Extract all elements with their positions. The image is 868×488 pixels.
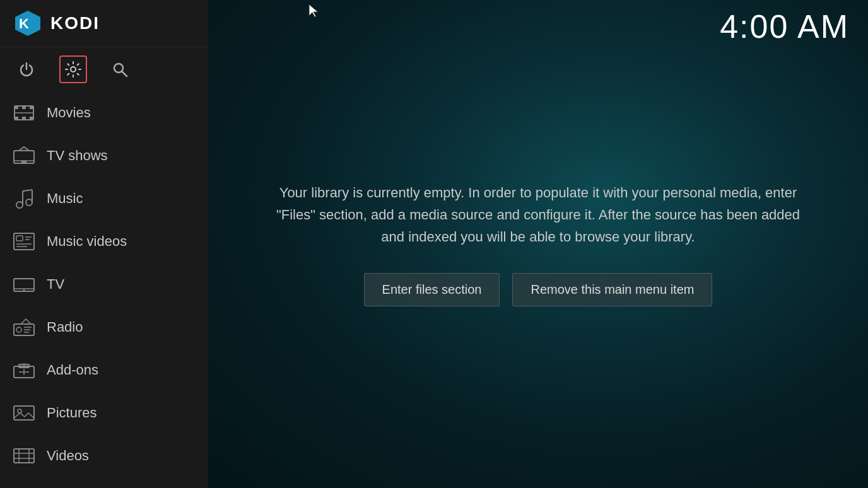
- tvshows-icon: [13, 144, 35, 167]
- sidebar-item-music[interactable]: Music: [0, 177, 208, 220]
- search-button[interactable]: [106, 55, 134, 83]
- musicvideos-label: Music videos: [47, 233, 127, 250]
- sidebar-menu: Movies TV shows: [0, 91, 208, 488]
- svg-rect-22: [16, 236, 23, 241]
- svg-rect-7: [30, 106, 33, 109]
- svg-line-4: [122, 72, 127, 77]
- svg-rect-15: [21, 161, 26, 163]
- svg-rect-11: [22, 117, 26, 120]
- addons-icon: [13, 359, 35, 381]
- music-icon: [13, 187, 35, 210]
- svg-point-32: [16, 327, 21, 332]
- empty-library-text: Your library is currently empty. In orde…: [264, 182, 812, 248]
- sidebar-item-tvshows[interactable]: TV shows: [0, 134, 208, 177]
- kodi-logo: K: [13, 8, 43, 38]
- svg-rect-9: [30, 117, 33, 120]
- svg-rect-41: [14, 406, 34, 420]
- sidebar-item-pictures[interactable]: Pictures: [0, 392, 208, 434]
- empty-library-message: Your library is currently empty. In orde…: [238, 182, 838, 307]
- sidebar-item-musicvideos[interactable]: Music videos: [0, 220, 208, 263]
- action-buttons: Enter files section Remove this main men…: [264, 273, 812, 306]
- sidebar-controls: [0, 47, 208, 91]
- sidebar-header: K KODI: [0, 0, 208, 47]
- sidebar-item-videos[interactable]: Videos: [0, 434, 208, 477]
- svg-rect-8: [15, 117, 18, 120]
- svg-rect-43: [14, 449, 34, 463]
- svg-line-20: [23, 190, 32, 191]
- sidebar-item-tv[interactable]: TV: [0, 263, 208, 306]
- videos-icon: [13, 444, 35, 467]
- app-title: KODI: [50, 13, 100, 33]
- musicvideos-icon: [13, 230, 35, 253]
- svg-rect-10: [22, 106, 26, 109]
- movies-icon: [13, 102, 35, 124]
- radio-icon: [13, 316, 35, 339]
- power-button[interactable]: [13, 55, 40, 83]
- music-label: Music: [47, 190, 83, 207]
- addons-label: Add-ons: [47, 362, 98, 378]
- remove-menu-item-button[interactable]: Remove this main menu item: [512, 273, 712, 306]
- videos-label: Videos: [47, 448, 89, 464]
- tv-label: TV: [47, 276, 64, 293]
- sidebar-item-radio[interactable]: Radio: [0, 306, 208, 349]
- settings-button[interactable]: [59, 55, 87, 83]
- tv-icon: [13, 273, 35, 296]
- movies-label: Movies: [47, 105, 91, 121]
- sidebar: K KODI: [0, 0, 208, 488]
- svg-rect-6: [15, 106, 18, 109]
- svg-point-2: [71, 67, 76, 72]
- svg-text:K: K: [19, 16, 29, 32]
- svg-point-17: [26, 199, 32, 206]
- main-content: Your library is currently empty. In orde…: [208, 0, 868, 488]
- pictures-icon: [13, 402, 35, 424]
- enter-files-section-button[interactable]: Enter files section: [364, 273, 500, 306]
- svg-point-42: [18, 409, 21, 413]
- sidebar-item-movies[interactable]: Movies: [0, 91, 208, 134]
- sidebar-item-addons[interactable]: Add-ons: [0, 349, 208, 392]
- pictures-label: Pictures: [47, 405, 97, 421]
- tvshows-label: TV shows: [47, 148, 108, 164]
- svg-point-16: [16, 202, 23, 208]
- radio-label: Radio: [47, 319, 83, 335]
